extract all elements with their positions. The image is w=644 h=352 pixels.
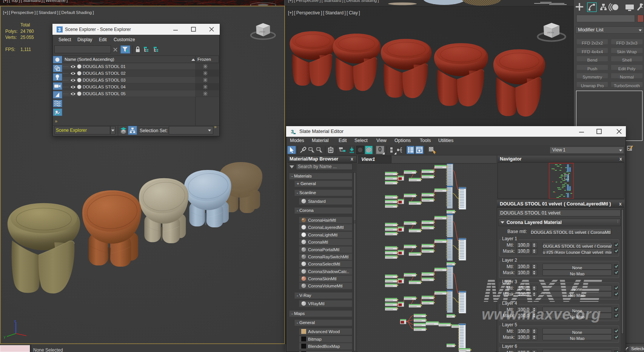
svg-text:z: z [14, 319, 16, 323]
svg-text:FRONT: FRONT [259, 30, 265, 32]
svg-text:FRONT: FRONT [547, 31, 554, 34]
svg-text:3: 3 [291, 129, 294, 134]
svg-text:y: y [4, 335, 6, 339]
svg-text:3: 3 [58, 27, 61, 32]
